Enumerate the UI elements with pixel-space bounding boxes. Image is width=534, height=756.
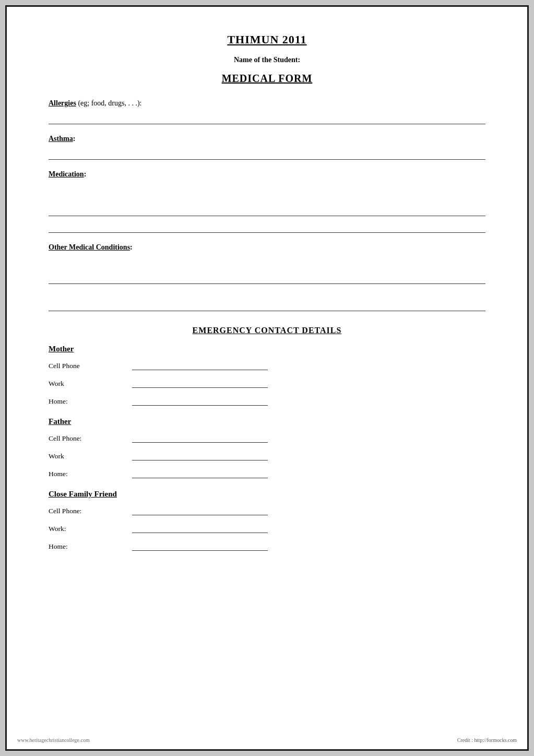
father-cell-label: Cell Phone: (49, 434, 132, 443)
close-family-friend-section: Close Family Friend Cell Phone: Work: Ho… (49, 490, 485, 551)
asthma-line (49, 148, 485, 160)
emergency-section: EMERGENCY CONTACT DETAILS Mother Cell Ph… (49, 326, 485, 551)
cff-cell-line (132, 505, 268, 515)
page-title: THIMUN 2011 (49, 33, 485, 46)
other-conditions-line-2 (49, 300, 485, 311)
mother-home-label: Home: (49, 397, 132, 406)
mother-home-row: Home: (49, 395, 485, 406)
emergency-heading: EMERGENCY CONTACT DETAILS (49, 326, 485, 335)
father-home-line (132, 468, 268, 478)
cff-home-row: Home: (49, 540, 485, 551)
cff-cell-row: Cell Phone: (49, 505, 485, 515)
cff-work-row: Work: (49, 523, 485, 533)
father-home-row: Home: (49, 468, 485, 478)
form-title: MEDICAL FORM (49, 73, 485, 85)
mother-work-row: Work (49, 377, 485, 388)
footer-right: Credit : http://formocks.com (457, 737, 517, 743)
asthma-group: Asthma: (49, 135, 485, 160)
father-cell-line (132, 432, 268, 443)
allergies-label: Allergies (eg; food, drugs, . . .): (49, 99, 485, 108)
other-conditions-group: Other Medical Conditions: (49, 243, 485, 311)
page-wrapper: THIMUN 2011 Name of the Student: MEDICAL… (5, 5, 529, 751)
medication-group: Medication: (49, 170, 485, 233)
father-home-label: Home: (49, 470, 132, 478)
father-section: Father Cell Phone: Work Home: (49, 417, 485, 478)
cff-work-line (132, 523, 268, 533)
mother-work-label: Work (49, 380, 132, 388)
mother-cell-row: Cell Phone (49, 360, 485, 370)
father-work-line (132, 450, 268, 460)
medication-line-2 (49, 221, 485, 233)
father-work-row: Work (49, 450, 485, 460)
father-title: Father (49, 417, 485, 426)
mother-cell-line (132, 360, 268, 370)
cff-work-label: Work: (49, 525, 132, 533)
allergies-group: Allergies (eg; food, drugs, . . .): (49, 99, 485, 124)
asthma-label: Asthma: (49, 135, 485, 143)
footer-left: www.heritagechristiancollege.com (17, 737, 90, 743)
mother-home-line (132, 395, 268, 406)
cff-home-line (132, 540, 268, 551)
student-name-label: Name of the Student: (49, 56, 485, 64)
close-family-friend-title: Close Family Friend (49, 490, 485, 499)
mother-work-line (132, 377, 268, 388)
mother-title: Mother (49, 345, 485, 353)
allergies-line (49, 113, 485, 124)
cff-home-label: Home: (49, 542, 132, 551)
mother-section: Mother Cell Phone Work Home: (49, 345, 485, 406)
father-cell-row: Cell Phone: (49, 432, 485, 443)
mother-cell-label: Cell Phone (49, 362, 132, 370)
other-conditions-label: Other Medical Conditions: (49, 243, 485, 252)
father-work-label: Work (49, 452, 132, 460)
other-conditions-line-1 (49, 273, 485, 284)
cff-cell-label: Cell Phone: (49, 507, 132, 515)
medication-label: Medication: (49, 170, 485, 179)
medication-line-1 (49, 205, 485, 216)
